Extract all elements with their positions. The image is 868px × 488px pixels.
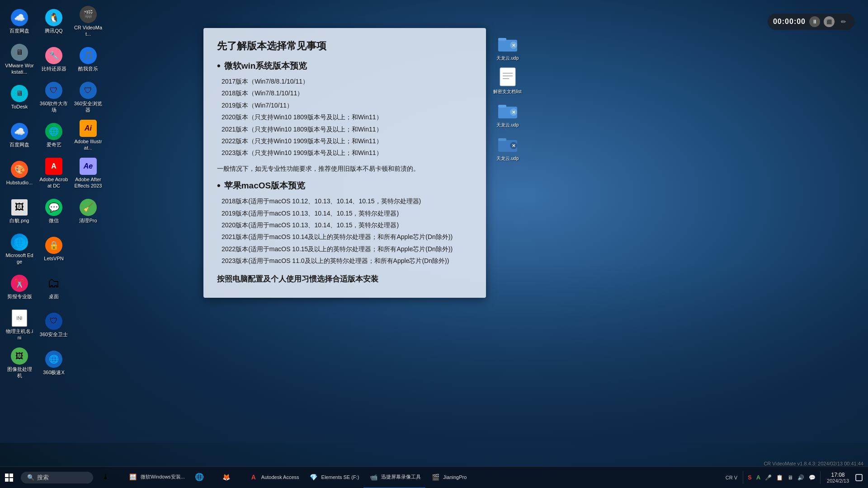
icon-acrobat[interactable]: A Adobe Acrobat DC: [38, 155, 70, 191]
content-panel: ✕ 天龙云.udp 解密支文档list: [203, 28, 486, 298]
icon-kuwomusic[interactable]: 🎵 酷我音乐: [72, 41, 104, 77]
jianing-label: JianingPro: [443, 474, 467, 480]
recording-controls: 00:00:00 ⏸ ⬛ ✏: [768, 14, 854, 30]
windows-install-label: 微软Windows安装...: [141, 474, 185, 480]
panel-icon-folder2[interactable]: ✕ 天龙云.udp: [491, 99, 524, 128]
icon-weixin[interactable]: 💬 微信: [38, 193, 70, 229]
mac-version-item: 2021版本(适用于macOS 10.14及以上的英特尔处理器；和所有Apple…: [222, 231, 472, 243]
search-icon: 🔍: [27, 474, 34, 481]
icon-360speedx[interactable]: 🌐 360极速X: [38, 345, 70, 381]
icon-crvideomate[interactable]: 🎬 CR VideoMat...: [72, 3, 104, 39]
icon-hubstudio[interactable]: 🎨 Hubstudio...: [3, 155, 36, 191]
mac-version-item: 2018版本(适用于macOS 10.12、10.13、10.14、10.15，…: [222, 195, 472, 207]
taskbar-app-jianing[interactable]: 🎬 JianingPro: [425, 467, 471, 488]
icon-todesk[interactable]: 🖥 ToDesk: [3, 79, 36, 115]
tray-icon-network[interactable]: 🖥: [786, 474, 795, 482]
icon-360security-browser[interactable]: 🛡 360安全浏览器: [72, 79, 104, 115]
icon-tupian-process[interactable]: 🖼 图像批处理机: [3, 345, 36, 381]
taskbar-app-windows-install[interactable]: 🪟 微软Windows安装...: [123, 467, 189, 488]
win-version-item: 2020版本（只支持Win10 1809版本号及以上；和Win11）: [222, 111, 472, 123]
svg-rect-20: [856, 474, 862, 481]
elements-icon: 💎: [308, 472, 319, 483]
system-tray: CR V S A 🎤 📋 🖥 🔊 💬 17:08 2024/2/13: [726, 471, 868, 484]
win-version-item: 2018版本（Win7/8.1/10/11）: [222, 87, 472, 99]
icon-vmware[interactable]: 🖥 VMware Workstati...: [3, 41, 36, 77]
taskbar-app-browser[interactable]: 🌐: [189, 467, 217, 488]
mac-version-item: 2023版本(适用于macOS 11.0及以上的英特尔处理器；和所有Apple芯…: [222, 255, 472, 267]
elements-label: Elements SE (F:): [321, 474, 359, 480]
panel-icon-folder3[interactable]: ✕ 天龙云.udp: [491, 133, 524, 162]
panel-icon-folder1[interactable]: ✕ 天龙云.udp: [491, 33, 524, 61]
autodesk-icon: A: [248, 472, 259, 483]
win-version-item: 2022版本（只支持Win10 1909版本号及以上；和Win11）: [222, 135, 472, 147]
taskbar-app-firefox[interactable]: 🦊: [217, 467, 244, 488]
icon-360safe[interactable]: 🛡 360安全卫士: [38, 307, 70, 343]
svg-rect-18: [5, 478, 9, 482]
svg-rect-9: [498, 105, 506, 108]
svg-rect-1: [498, 38, 506, 41]
taskbar-app-autodesk[interactable]: A Autodesk Access: [244, 467, 304, 488]
icon-jianbao[interactable]: ✂️ 剪报专业版: [3, 269, 36, 305]
icon-bilibilitools[interactable]: 🔧 比特还原器: [38, 41, 70, 77]
jianing-icon: 🎬: [430, 472, 441, 483]
recording-edit-button[interactable]: ✏: [838, 16, 849, 27]
watermark-area: CR VideoMate v1.8.4.3: 2024/02/13 00:41:…: [0, 461, 868, 466]
win-note: 一般情况下，如无专业性功能要求，推荐使用旧版本不易卡顿和前渍的。: [217, 164, 472, 174]
icon-edge[interactable]: 🌐 Microsoft Edge: [3, 231, 36, 267]
mac-section-header: 苹果macOS版本预览: [217, 180, 472, 192]
taskbar-app-elements[interactable]: 💎 Elements SE (F:): [304, 467, 364, 488]
taskbar-app-imgviewer[interactable]: 🌡: [96, 467, 123, 488]
taskbar-app-recorder[interactable]: 📹 迅捷屏幕录像工具: [363, 467, 425, 488]
recording-pause-button[interactable]: ⏸: [809, 16, 820, 27]
svg-rect-16: [5, 474, 9, 477]
win-section-header: 微软win系统版本预览: [217, 60, 472, 72]
notification-center[interactable]: [854, 473, 864, 482]
icon-wulimachineini[interactable]: INI 物理主机名.ini: [3, 307, 36, 343]
icon-baidu-wangpan2[interactable]: ☁️ 百度网盘: [3, 117, 36, 153]
clock-time: 17:08: [831, 472, 845, 478]
watermark-text: CR VideoMate v1.8.4.3: 2024/02/13 00:41:…: [764, 461, 863, 466]
icon-baimaopng[interactable]: 🖼 白貌.png: [3, 193, 36, 229]
recording-stop-button[interactable]: ⬛: [824, 16, 835, 27]
tray-icon-volume[interactable]: 🔊: [796, 474, 806, 482]
desktop-icon-area: ☁️ 百度网盘 🖥 VMware Workstati... 🖥 ToDesk ☁…: [0, 0, 90, 407]
icon-letsvpn[interactable]: 🔒 LetsVPN: [38, 231, 70, 267]
svg-rect-19: [9, 478, 13, 482]
icon-qqtencent[interactable]: 🐧 腾讯QQ: [38, 3, 70, 39]
mac-version-item: 2020版本(适用于macOS 10.13、10.14、10.15，英特尔处理器…: [222, 219, 472, 231]
win-version-item: 2017版本（Win7/8/8.1/10/11）: [222, 75, 472, 87]
win-version-item: 2019版本（Win7/10/11）: [222, 99, 472, 111]
tray-icon-clipboard[interactable]: 📋: [774, 474, 785, 482]
tray-icon-S[interactable]: S: [746, 473, 754, 482]
clock-date: 2024/2/13: [827, 478, 849, 483]
win-version-item: 2021版本（只支持Win10 1809版本号及以上；和Win11）: [222, 123, 472, 135]
mac-version-list: 2018版本(适用于macOS 10.12、10.13、10.14、10.15，…: [222, 195, 472, 267]
win-version-list: 2017版本（Win7/8/8.1/10/11） 2018版本（Win7/8.1…: [222, 75, 472, 159]
tray-icon-A[interactable]: A: [755, 473, 762, 482]
recorder-label: 迅捷屏幕录像工具: [381, 474, 421, 480]
taskbar-search[interactable]: 🔍 搜索: [21, 472, 93, 483]
firefox-icon: 🦊: [221, 472, 232, 483]
recorder-icon: 📹: [368, 472, 379, 483]
autodesk-label: Autodesk Access: [261, 474, 299, 480]
svg-rect-4: [500, 68, 515, 86]
panel-icon-doc[interactable]: 解密支文档list: [491, 66, 524, 95]
icon-desktop-folder[interactable]: 🗂 桌面: [38, 269, 70, 305]
icon-adobe-ae[interactable]: Ae Adobe After Effects 2023: [72, 155, 104, 191]
svg-text:✕: ✕: [512, 110, 515, 115]
icon-jingpro[interactable]: 🧹 清理Pro: [72, 193, 104, 229]
start-button[interactable]: [0, 467, 18, 488]
svg-text:✕: ✕: [512, 143, 515, 148]
system-clock[interactable]: 17:08 2024/2/13: [823, 472, 853, 483]
panel-title: 先了解版本选择常见事项: [217, 39, 472, 53]
panel-bottom-note: 按照电脑配置及个人使用习惯选择合适版本安装: [217, 274, 472, 284]
windows-install-icon: 🪟: [127, 472, 138, 483]
tray-icon-mic[interactable]: 🎤: [763, 474, 774, 482]
icon-adobe-illustrator[interactable]: Ai Adobe Illustrat...: [72, 117, 104, 153]
icon-360market[interactable]: 🛡 360软件大市场: [38, 79, 70, 115]
icon-browser2[interactable]: 🌐 爱奇艺: [38, 117, 70, 153]
tray-icon-message[interactable]: 💬: [807, 474, 817, 482]
tray-separator2: [820, 471, 821, 484]
panel-right-icons: ✕ 天龙云.udp 解密支文档list: [491, 33, 524, 162]
icon-wangpan[interactable]: ☁️ 百度网盘: [3, 3, 36, 39]
